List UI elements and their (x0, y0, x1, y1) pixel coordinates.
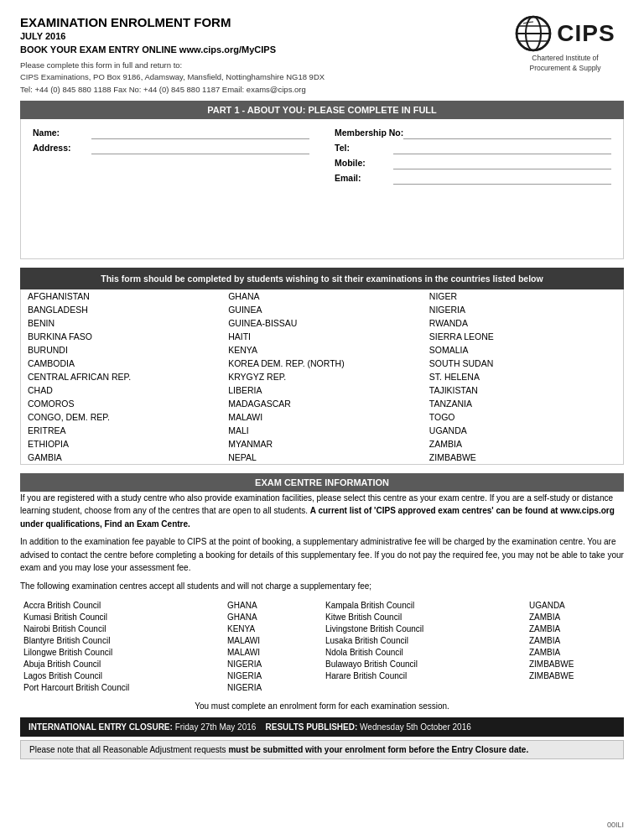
exam-centre-bar: EXAM CENTRE INFORMATION (20, 473, 624, 492)
country-cell: SIERRA LEONE (423, 330, 624, 343)
cips-logo: CIPS Chartered Institute of Procurement … (506, 15, 624, 74)
exam-para3: The following examination centres accept… (20, 580, 624, 593)
centre-name-right: Livingstone British Council (322, 623, 526, 634)
centre-country-left: GHANA (224, 611, 322, 623)
centre-name-left: Nairobi British Council (20, 623, 224, 634)
centre-country-right (526, 681, 624, 693)
country-cell: AFGHANISTAN (21, 289, 222, 303)
country-cell: BENIN (21, 316, 222, 330)
centre-country-left: NIGERIA (224, 681, 322, 693)
centre-country-left: NIGERIA (224, 670, 322, 681)
country-cell: CONGO, DEM. REP. (21, 410, 222, 424)
session-note: You must complete an enrolment form for … (20, 701, 624, 711)
cips-globe-icon (515, 15, 552, 52)
country-cell: NIGER (423, 289, 624, 303)
centre-country-left: MALAWI (224, 634, 322, 646)
centre-name-left: Blantyre British Council (20, 634, 224, 646)
part1-row1: Name: Address: Membership No: Tel: (33, 128, 611, 188)
country-cell: HAITI (221, 330, 423, 343)
country-cell: CAMBODIA (21, 357, 222, 370)
country-cell: GUINEA (221, 303, 423, 316)
centre-name-left: Port Harcourt British Council (20, 681, 224, 693)
entry-closure-label: INTERNATIONAL ENTRY CLOSURE: (29, 722, 173, 732)
centre-name-right (322, 681, 526, 693)
cips-tagline: Chartered Institute of Procurement & Sup… (529, 54, 600, 74)
tel-label: Tel: (335, 143, 393, 153)
centre-country-left: NIGERIA (224, 658, 322, 670)
countries-section: This form should be completed by student… (20, 268, 624, 465)
bottom-dark-bar: INTERNATIONAL ENTRY CLOSURE: Friday 27th… (20, 717, 624, 737)
centre-name-right: Ndola British Council (322, 646, 526, 658)
form-title: EXAMINATION ENROLMENT FORM (20, 15, 325, 29)
centre-name-right: Kampala British Council (322, 599, 526, 611)
country-cell: COMOROS (21, 397, 222, 410)
mobile-label: Mobile: (335, 158, 393, 168)
centre-name-right: Kitwe British Council (322, 611, 526, 623)
page-footer: 00ILI (607, 821, 624, 829)
country-cell: MYANMAR (221, 437, 423, 451)
centre-country-right: ZAMBIA (526, 634, 624, 646)
country-cell: SOMALIA (423, 343, 624, 357)
centre-country-right: UGANDA (526, 599, 624, 611)
centre-country-right: ZAMBIA (526, 646, 624, 658)
country-cell: KENYA (221, 343, 423, 357)
country-cell: TOGO (423, 410, 624, 424)
email-label: Email: (335, 173, 393, 183)
country-cell: GAMBIA (21, 451, 222, 465)
address-label: Address: (33, 143, 91, 153)
country-cell: TAJIKISTAN (423, 383, 624, 397)
centre-name-left: Kumasi British Council (20, 611, 224, 623)
country-cell: MADAGASCAR (221, 397, 423, 410)
cips-brand-text: CIPS (557, 20, 615, 47)
country-cell: ST. HELENA (423, 370, 624, 383)
exam-para1: If you are registered with a study centr… (20, 492, 624, 531)
country-cell: ZAMBIA (423, 437, 624, 451)
country-cell: SOUTH SUDAN (423, 357, 624, 370)
centre-name-left: Lilongwe British Council (20, 646, 224, 658)
address-value (91, 143, 309, 154)
country-cell: BURKINA FASO (21, 330, 222, 343)
exam-para2: In addition to the examination fee payab… (20, 535, 624, 575)
centre-name-right: Harare British Council (322, 670, 526, 681)
tel-field: Tel: (335, 143, 611, 154)
entry-closure-date: Friday 27th May 2016 (175, 722, 257, 732)
email-field: Email: (335, 173, 611, 185)
country-cell: KOREA DEM. REP. (NORTH) (221, 357, 423, 370)
country-cell: TANZANIA (423, 397, 624, 410)
address-line1: Please complete this form in full and re… (20, 60, 325, 96)
centre-name-right: Lusaka British Council (322, 634, 526, 646)
membership-field: Membership No: (335, 128, 611, 139)
country-cell: NIGERIA (423, 303, 624, 316)
part1-right: Membership No: Tel: Mobile: Email: (335, 128, 611, 188)
membership-value (403, 128, 611, 139)
mobile-field: Mobile: (335, 158, 611, 169)
centres-table: Accra British CouncilGHANAKampala Britis… (20, 599, 624, 693)
results-date: Wednesday 5th October 2016 (360, 722, 471, 732)
address-field: Address: (33, 143, 309, 154)
country-cell: MALI (221, 424, 423, 437)
bottom-light-bar: Please note that all Reasonable Adjustme… (20, 740, 624, 759)
countries-table: AFGHANISTANGHANANIGERBANGLADESHGUINEANIG… (20, 289, 624, 465)
page-code: 00ILI (607, 821, 624, 829)
country-cell: KRYGYZ REP. (221, 370, 423, 383)
centre-country-right: ZIMBABWE (526, 670, 624, 681)
cips-logo-inner: CIPS (515, 15, 615, 52)
country-cell: LIBERIA (221, 383, 423, 397)
email-value (393, 173, 611, 185)
part1-form: Name: Address: Membership No: Tel: (20, 119, 624, 259)
country-cell: CHAD (21, 383, 222, 397)
part1-left: Name: Address: (33, 128, 309, 188)
name-label: Name: (33, 128, 91, 138)
centre-name-left: Abuja British Council (20, 658, 224, 670)
header: EXAMINATION ENROLMENT FORM JULY 2016 BOO… (20, 15, 624, 96)
country-cell: NEPAL (221, 451, 423, 465)
country-cell: UGANDA (423, 424, 624, 437)
centre-country-left: MALAWI (224, 646, 322, 658)
country-cell: ERITREA (21, 424, 222, 437)
centre-country-right: ZAMBIA (526, 611, 624, 623)
country-cell: RWANDA (423, 316, 624, 330)
country-cell: GHANA (221, 289, 423, 303)
centre-name-left: Accra British Council (20, 599, 224, 611)
tel-value (393, 143, 611, 154)
header-left: EXAMINATION ENROLMENT FORM JULY 2016 BOO… (20, 15, 325, 96)
